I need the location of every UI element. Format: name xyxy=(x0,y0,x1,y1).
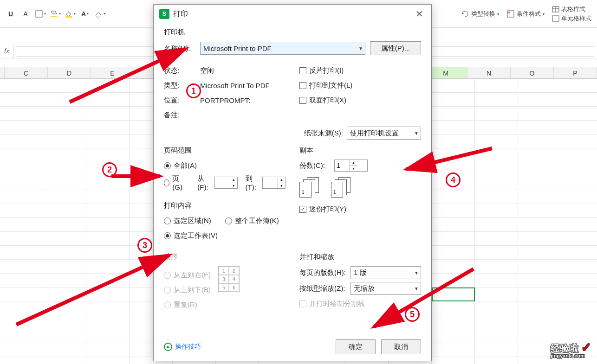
ok-button[interactable]: 确定 xyxy=(336,339,376,354)
printer-group-label: 打印机 xyxy=(164,28,421,37)
scale-label: 按纸型缩放(Z): xyxy=(299,284,350,293)
content-workbook-radio[interactable]: 整个工作簿(K) xyxy=(225,217,279,225)
svg-line-9 xyxy=(70,49,186,102)
svg-rect-4 xyxy=(508,12,510,13)
svg-rect-0 xyxy=(36,11,42,17)
play-icon: ▶ xyxy=(164,343,172,351)
copies-label: 份数(C): xyxy=(299,161,325,170)
properties-button[interactable]: 属性(P)... xyxy=(370,41,421,55)
dialog-title: 打印 xyxy=(173,9,188,19)
order-group-label: 顺序 xyxy=(164,253,286,262)
range-group-label: 页码范围 xyxy=(164,146,286,155)
type-value: Microsoft Print To PDF xyxy=(200,82,270,89)
range-from-spin[interactable]: ▲▼ xyxy=(214,177,238,189)
font-color-icon[interactable]: A xyxy=(79,8,91,20)
fill-color-icon[interactable] xyxy=(64,8,76,20)
paper-source-combo[interactable]: 使用打印机设置▼ xyxy=(347,127,421,140)
order-preview-icon: 123456 xyxy=(218,266,240,292)
printer-name-value: Microsoft Print to PDF xyxy=(203,45,272,52)
col-O[interactable]: O xyxy=(511,67,554,78)
merge-group-label: 并打和缩放 xyxy=(299,253,421,262)
range-all-radio[interactable]: 全部(A) xyxy=(164,160,286,172)
copies-spin[interactable]: ▲▼ xyxy=(334,160,368,172)
annotation-arrow-3 xyxy=(16,218,174,325)
range-to-spin[interactable]: ▲▼ xyxy=(262,177,286,189)
cancel-button[interactable]: 取消 xyxy=(381,339,421,354)
fx-label: fx xyxy=(0,45,14,58)
svg-line-11 xyxy=(16,255,169,325)
content-sheet-radio[interactable]: 选定工作表(V) xyxy=(164,230,286,242)
fill-icon[interactable] xyxy=(49,8,61,20)
close-icon[interactable]: ✕ xyxy=(413,7,426,20)
border-icon[interactable] xyxy=(34,8,46,20)
svg-line-13 xyxy=(374,269,474,327)
svg-rect-2 xyxy=(65,16,72,18)
tips-link[interactable]: ▶操作技巧 xyxy=(164,343,201,351)
mirror-checkbox[interactable]: 反片打印(I) xyxy=(299,64,421,77)
eraser-icon[interactable] xyxy=(94,8,106,20)
location-value: PORTPROMPT: xyxy=(200,96,250,104)
col-N[interactable]: N xyxy=(467,67,511,78)
app-icon: S xyxy=(159,9,169,19)
annotation-arrow-2 xyxy=(111,167,167,185)
collate-checkbox[interactable]: ✓逐份打印(Y) xyxy=(299,203,421,215)
annotation-arrow-1 xyxy=(70,42,195,102)
range-pages-radio[interactable]: 页(G) 从(F): ▲▼ 到(T): ▲▼ xyxy=(164,174,286,191)
watermark: 经验啦 ✓ jingyanla.com xyxy=(551,341,591,358)
note-label: 备注: xyxy=(164,111,200,120)
cell-style-button[interactable]: 单元格样式 xyxy=(552,14,591,23)
content-group-label: 打印内容 xyxy=(164,201,286,210)
annotation-arrow-4 xyxy=(399,144,492,181)
status-value: 空闲 xyxy=(200,66,214,75)
annotation-arrow-5 xyxy=(367,269,474,334)
col-P[interactable]: P xyxy=(554,67,597,78)
col-C[interactable]: C xyxy=(5,67,48,78)
cond-format-button[interactable]: 条件格式▾ xyxy=(506,10,545,18)
duplex-checkbox[interactable]: 双面打印(X) xyxy=(299,94,421,106)
range-from-label: 从(F): xyxy=(197,174,211,191)
print-to-file-checkbox[interactable]: 打印到文件(L) xyxy=(299,79,421,91)
type-convert-button[interactable]: 类型转换▾ xyxy=(461,10,499,18)
font-a-icon[interactable]: A xyxy=(19,8,32,20)
paper-source-label: 纸张来源(S): xyxy=(304,129,343,138)
svg-rect-1 xyxy=(51,16,57,17)
svg-line-12 xyxy=(406,148,492,169)
range-to-label: 到(T): xyxy=(246,174,260,191)
svg-rect-8 xyxy=(552,16,559,21)
table-style-button[interactable]: 表格样式 xyxy=(552,5,591,13)
printer-name-combo[interactable]: Microsoft Print to PDF ▼ xyxy=(200,42,365,55)
underline-icon[interactable]: U xyxy=(5,8,17,20)
pages-per-label: 每页的版数(H): xyxy=(299,268,350,277)
